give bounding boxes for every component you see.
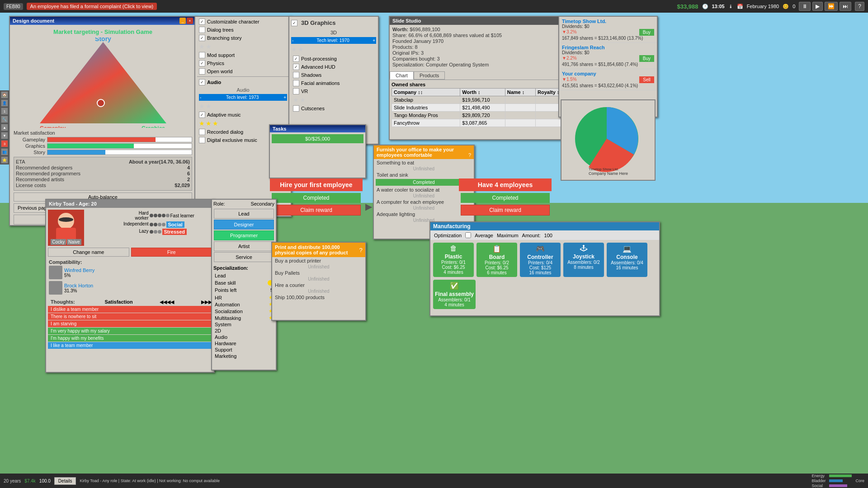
help-button[interactable]: ? xyxy=(855,2,864,11)
thought-3: I am starving xyxy=(48,320,212,327)
tech-increment-audio[interactable]: + xyxy=(283,95,286,100)
change-name-button[interactable]: Change name xyxy=(48,248,129,257)
role-service-button[interactable]: Service xyxy=(214,252,274,262)
tool-star[interactable]: ⭐ xyxy=(1,156,8,164)
star-2: ★ xyxy=(206,43,212,50)
checkbox-recorded[interactable] xyxy=(199,129,205,135)
tech-decrement-3d[interactable]: - xyxy=(292,38,293,43)
role-programmer-button[interactable]: Programmer xyxy=(214,230,274,240)
checkbox-branching[interactable] xyxy=(199,35,205,41)
tech-level-bar-3d: - Tech level: 1970 + xyxy=(291,37,376,44)
compat-person-2: Brock Horton 31.3% xyxy=(49,280,211,296)
satisfaction-title: Satisfaction xyxy=(104,299,132,305)
rec-artists-value: 2 xyxy=(187,177,190,182)
trait-dots-3 xyxy=(150,230,161,234)
alert-message[interactable]: An employee has filed a formal complaint… xyxy=(27,3,157,10)
compat-name-2: Brock Horton 31.3% xyxy=(64,283,93,293)
play-button[interactable]: ▶ xyxy=(812,2,823,11)
checkbox-audio[interactable] xyxy=(199,79,205,85)
skill-audio-label: Audio xyxy=(215,334,227,340)
checkbox-openworld[interactable] xyxy=(199,68,205,75)
skill-hr: HR ★ xyxy=(215,295,273,300)
checkbox-dialog[interactable] xyxy=(199,27,205,33)
fringeslam-buy-button[interactable]: Buy xyxy=(639,55,654,62)
checkbox-digital[interactable] xyxy=(199,137,205,143)
tool-build[interactable]: 🏠 xyxy=(1,91,8,99)
date-badge: FEB80 xyxy=(4,3,23,10)
checkbox-mod[interactable] xyxy=(199,52,205,58)
fire-button[interactable]: Fire xyxy=(131,248,212,257)
checkbox-adaptive[interactable] xyxy=(199,112,205,118)
prev-page-label: Previous page xyxy=(18,205,49,211)
details-button[interactable]: Details xyxy=(54,477,76,485)
col-worth[interactable]: Worth ↕ xyxy=(460,89,505,96)
g2-star-2: ★ xyxy=(300,96,306,103)
final-time: 4 minutes xyxy=(435,302,474,307)
tool-people2[interactable]: 👥 xyxy=(1,148,8,155)
timetop-buy-button[interactable]: Buy xyxy=(639,29,654,36)
dot6 xyxy=(150,223,153,226)
controller-icon: 🎮 xyxy=(522,244,559,253)
tool-people[interactable]: 👤 xyxy=(1,99,8,107)
checkbox-advancedhud[interactable] xyxy=(293,64,299,70)
arrow-right-thoughts[interactable]: ▶▶▶ xyxy=(201,299,212,305)
checkbox-cutscenes[interactable] xyxy=(293,105,299,112)
board-printers: Printers: 0/2 xyxy=(478,260,515,265)
tool-badge[interactable]: 3 xyxy=(1,140,8,147)
checkbox-vr[interactable] xyxy=(293,88,299,94)
checkbox-postprocessing[interactable] xyxy=(293,56,299,62)
print-help-button[interactable]: ? xyxy=(359,247,363,253)
role-lead-button[interactable]: Lead xyxy=(214,209,274,219)
design-document-panel: Design document _ × Market targeting - S… xyxy=(9,16,197,226)
console-assemblers: Assemblers: 0/4 xyxy=(609,260,646,265)
arrow-left[interactable]: ◀◀◀◀ xyxy=(160,299,174,305)
tool-up[interactable]: ▲ xyxy=(1,124,8,131)
pause-button[interactable]: ⏸ xyxy=(799,2,811,11)
task-something-to-eat: Something to eat xyxy=(374,159,474,166)
checkbox-facial[interactable] xyxy=(293,80,299,86)
bottom-money2: 100.0 xyxy=(39,479,51,483)
hire-claim-button[interactable]: Claim reward xyxy=(272,205,361,216)
design-minimize-button[interactable]: _ xyxy=(179,18,186,24)
mfg-board: 📋 Board Printers: 0/2 Cost: $6.25 6 minu… xyxy=(476,243,517,277)
compat-person2-name: Brock Horton xyxy=(64,283,93,288)
skip-button[interactable]: ⏭ xyxy=(840,2,851,11)
average-checkbox[interactable] xyxy=(465,232,471,238)
office-help-button[interactable]: ? xyxy=(468,152,471,158)
role-artist-button[interactable]: Artist xyxy=(214,241,274,251)
checkbox-shadows[interactable] xyxy=(293,72,299,78)
optimization-label: Optimization xyxy=(434,233,462,238)
company-3-name: Tango Monday Pros xyxy=(392,112,460,119)
role-designer-button[interactable]: Designer xyxy=(214,220,274,230)
worth-value: $696,889,100 xyxy=(410,27,440,32)
checkbox-customizable[interactable] xyxy=(199,19,205,25)
checkbox-physics[interactable] xyxy=(199,60,205,66)
have4-claim-button[interactable]: Claim reward xyxy=(461,205,550,216)
design-close-button[interactable]: × xyxy=(187,18,193,24)
manufacturing-panel: Manufacturing Optimization Average Maxim… xyxy=(429,221,660,316)
tech-decrement-audio[interactable]: - xyxy=(200,95,201,100)
tech-increment-3d[interactable]: + xyxy=(373,38,375,43)
tool-down[interactable]: ▼ xyxy=(1,132,8,139)
tasks-title: Tasks xyxy=(273,126,286,131)
rec-designers-label: Recommended designers xyxy=(16,165,72,170)
fringeslam-stock-item: Fringeslam Reach Dividends: $0 ▼2.2% Buy… xyxy=(559,43,657,69)
feature-branching: Branching story xyxy=(197,34,289,42)
fast-forward-button[interactable]: ⏩ xyxy=(825,2,838,11)
thought-4: I'm very happy with my salary xyxy=(48,328,212,334)
col-company[interactable]: Company ↕↕ xyxy=(392,89,460,96)
graphics-3d-title: 3D Graphics xyxy=(299,18,376,28)
tool-wrench[interactable]: 🔧 xyxy=(1,116,8,123)
owned-shares-title: Owned shares xyxy=(392,82,576,87)
tool-3[interactable]: 1 xyxy=(1,108,8,115)
spec-row: Specialization: Computer Operating Syste… xyxy=(392,62,575,67)
col-name[interactable]: Name ↕ xyxy=(505,89,535,96)
checkbox-3dgraphics[interactable] xyxy=(291,20,297,26)
your-company-sell-button[interactable]: Sell xyxy=(639,76,654,83)
shadows-label: Shadows xyxy=(301,72,321,78)
points-left-row: Points left 5 xyxy=(212,286,276,294)
products-tab[interactable]: Products xyxy=(414,71,445,80)
energy-bar-row: Energy xyxy=(811,474,852,478)
graphics-bar-row: Graphics xyxy=(14,143,192,149)
chart-tab[interactable]: Chart xyxy=(390,71,414,80)
